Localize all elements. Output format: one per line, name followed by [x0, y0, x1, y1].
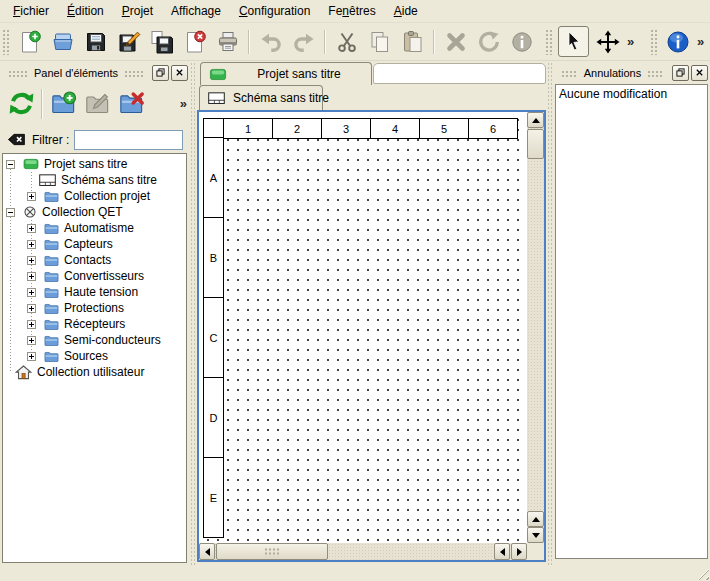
tree-item-contacts[interactable]: Contacts — [3, 252, 186, 268]
select-icon — [562, 30, 586, 54]
save-all-button[interactable] — [147, 27, 176, 56]
scroll-up-button-2[interactable] — [527, 511, 544, 527]
undo-list-item[interactable]: Aucune modification — [556, 85, 707, 103]
rotate-button[interactable] — [474, 27, 503, 56]
tree-item-collection-utilisateur[interactable]: Collection utilisateur — [3, 364, 186, 380]
dock-close-button[interactable] — [171, 65, 188, 81]
new-button[interactable] — [15, 27, 44, 56]
toolbar-separator — [41, 89, 43, 119]
tree-item-protections[interactable]: Protections — [3, 300, 186, 316]
tree-item-recepteurs[interactable]: Récepteurs — [3, 316, 186, 332]
element-panel-dock: Panel d'éléments » Filtrer : Projet sans… — [0, 62, 190, 565]
menu-affichage[interactable]: Affichage — [162, 1, 230, 21]
collapse-icon[interactable] — [6, 160, 15, 169]
schema-tab[interactable]: Schéma sans titre — [199, 85, 323, 110]
project-icon — [23, 158, 39, 170]
about-button[interactable] — [663, 27, 692, 56]
open-icon — [51, 30, 75, 54]
project-tab[interactable]: Projet sans titre — [200, 62, 372, 85]
tree-item-label: Protections — [64, 301, 124, 315]
vertical-scrollbar[interactable] — [527, 112, 544, 543]
scroll-down-button[interactable] — [527, 527, 544, 543]
element-panel-titlebar[interactable]: Panel d'éléments — [2, 64, 188, 81]
toolbar-overflow-button[interactable]: » — [694, 34, 707, 49]
menu-configuration[interactable]: Configuration — [230, 1, 319, 21]
scroll-right-button[interactable] — [511, 543, 527, 560]
redo-button[interactable] — [289, 27, 318, 56]
save-all-icon — [150, 30, 174, 54]
dock-float-button[interactable] — [672, 65, 689, 81]
expand-icon[interactable] — [27, 304, 36, 313]
delete-button[interactable] — [441, 27, 470, 56]
clear-filter-icon — [7, 132, 26, 147]
toolbar-drag-handle[interactable] — [2, 29, 9, 55]
menu-projet[interactable]: Projet — [113, 1, 162, 21]
close-button[interactable] — [180, 27, 209, 56]
toolbar-drag-handle[interactable] — [545, 29, 552, 55]
horizontal-scrollbar[interactable] — [199, 543, 527, 560]
tree-item-automatisme[interactable]: Automatisme — [3, 220, 186, 236]
toolbar-overflow-button[interactable]: » — [177, 96, 190, 111]
edit-category-button[interactable] — [83, 87, 111, 120]
tree-item-capteurs[interactable]: Capteurs — [3, 236, 186, 252]
filter-input[interactable] — [74, 130, 183, 150]
new-category-button[interactable] — [49, 87, 77, 120]
diagram-canvas[interactable]: 123456 ABCDE — [199, 112, 527, 543]
toolbar-overflow-button[interactable]: » — [624, 34, 637, 49]
tree-item-convertisseurs[interactable]: Convertisseurs — [3, 268, 186, 284]
expand-icon[interactable] — [27, 272, 36, 281]
toolbar-drag-handle[interactable] — [650, 29, 657, 55]
cut-button[interactable] — [332, 27, 361, 56]
copy-button[interactable] — [365, 27, 394, 56]
left-splitter-handle[interactable] — [190, 62, 196, 565]
tree-item-collection-projet[interactable]: Collection projet — [3, 188, 186, 204]
menu-aide[interactable]: Aide — [385, 1, 427, 21]
dock-float-button[interactable] — [152, 65, 169, 81]
menu-fenetres[interactable]: Fenêtres — [319, 1, 384, 21]
delete-category-button[interactable] — [118, 87, 146, 120]
undo-icon — [259, 30, 283, 54]
tree-item-haute-tension[interactable]: Haute tension — [3, 284, 186, 300]
menu-edition[interactable]: Édition — [58, 1, 113, 21]
scroll-left-button-2[interactable] — [494, 543, 510, 560]
undo-button[interactable] — [256, 27, 285, 56]
save-button[interactable] — [81, 27, 110, 56]
info-button[interactable] — [507, 27, 536, 56]
expand-icon[interactable] — [27, 320, 36, 329]
expand-icon[interactable] — [27, 224, 36, 233]
expand-icon[interactable] — [27, 256, 36, 265]
expand-icon[interactable] — [27, 336, 36, 345]
vertical-scroll-thumb[interactable] — [527, 129, 544, 159]
scroll-left-button[interactable] — [199, 543, 215, 560]
folder-icon — [44, 238, 59, 251]
expand-icon[interactable] — [27, 352, 36, 361]
reload-button[interactable] — [7, 87, 35, 120]
dock-close-button[interactable] — [691, 65, 708, 81]
tree-item-semi-conducteurs[interactable]: Semi-conducteurs — [3, 332, 186, 348]
menu-fichier[interactable]: Fichier — [4, 1, 58, 21]
undo-history-list[interactable]: Aucune modification — [555, 84, 708, 559]
tree-item-sources[interactable]: Sources — [3, 348, 186, 364]
tree-item-projet-sans-titre[interactable]: Projet sans titre — [3, 156, 186, 172]
tree-item-collection-qet[interactable]: Collection QET — [3, 204, 186, 220]
expand-icon[interactable] — [27, 240, 36, 249]
diagram-view[interactable]: 123456 ABCDE — [197, 110, 546, 562]
collapse-icon[interactable] — [6, 208, 15, 217]
scrollbar-corner — [527, 543, 544, 560]
tree-item-schema-sans-titre[interactable]: Schéma sans titre — [3, 172, 186, 188]
print-button[interactable] — [213, 27, 242, 56]
toolbar-row: » » — [0, 23, 710, 61]
move-tool-button[interactable] — [593, 27, 622, 56]
titlebar-texture — [647, 69, 664, 77]
paste-button[interactable] — [398, 27, 427, 56]
horizontal-scroll-thumb[interactable] — [216, 543, 328, 560]
titlebar-texture — [8, 69, 28, 77]
clear-filter-button[interactable] — [7, 132, 26, 147]
undo-dock-titlebar[interactable]: Annulations — [555, 64, 708, 81]
open-button[interactable] — [48, 27, 77, 56]
expand-icon[interactable] — [27, 192, 36, 201]
scroll-up-button[interactable] — [527, 112, 544, 128]
expand-icon[interactable] — [27, 288, 36, 297]
select-tool-button[interactable] — [558, 26, 589, 57]
save-as-button[interactable] — [114, 27, 143, 56]
